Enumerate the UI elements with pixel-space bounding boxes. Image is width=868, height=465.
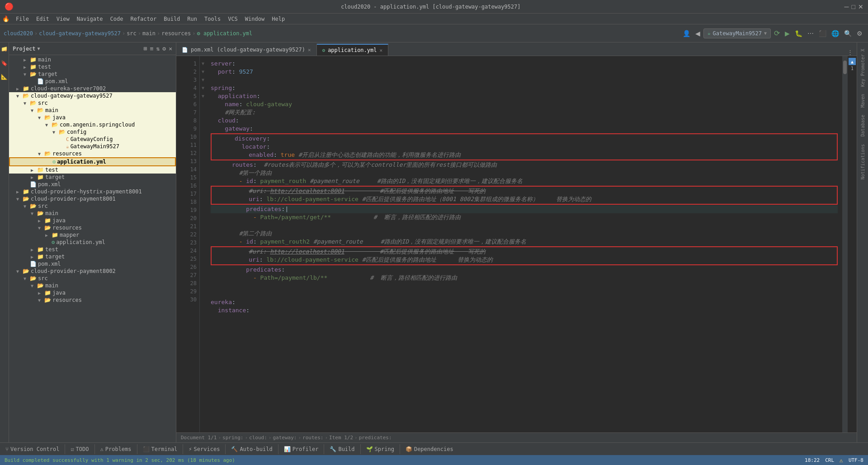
right-sidebar-key-promoter[interactable]: Key Promoter X — [859, 46, 866, 89]
toolbar-run-btn[interactable]: ▶ — [783, 28, 792, 39]
right-sidebar-notifications[interactable]: Notifications — [859, 141, 866, 182]
panel-icon-expand[interactable]: ⊞ — [144, 45, 147, 52]
sidebar-bookmarks-icon[interactable]: 🔖 — [1, 60, 8, 66]
tree-item-test1[interactable]: ▶ 📁 test — [9, 63, 176, 70]
tree-item-pom-gw[interactable]: 📄 pom.xml — [9, 181, 176, 188]
tree-item-hystrix[interactable]: ▶ 📁 cloud-provider-hystrix-payment8001 — [9, 188, 176, 195]
tree-item-appyml-selected[interactable]: ⚙ application.yml — [9, 157, 176, 166]
tree-item-provider8002[interactable]: ▼ 📂 cloud-provider-payment8002 — [9, 268, 176, 275]
tree-item-main-8001[interactable]: ▼ 📂 main — [9, 210, 176, 217]
tab-pom-close[interactable]: ✕ — [308, 47, 311, 53]
menu-build[interactable]: Build — [160, 15, 184, 23]
window-controls[interactable]: ─ □ ✕ — [844, 3, 863, 10]
menu-navigate[interactable]: Navigate — [73, 15, 107, 23]
bottom-tab-vcs[interactable]: ⑂ Version Control — [0, 444, 65, 454]
run-config-selector[interactable]: ☕ GatewayMain9527 ▼ — [703, 28, 771, 38]
tabs-more-icon[interactable]: ⋮ — [847, 49, 853, 56]
toolbar-gateway[interactable]: cloud-gateway-gateway9527 — [39, 30, 121, 37]
tree-item-java-8001[interactable]: ▶ 📁 java — [9, 217, 176, 224]
close-btn[interactable]: ✕ — [858, 3, 863, 10]
toolbar-translate-btn[interactable]: 🌐 — [830, 28, 841, 39]
tree-item-gateway[interactable]: ▼ 📂 cloud-gateway-gateway9527 — [9, 92, 176, 99]
tree-item-resources-gw[interactable]: ▼ 📂 resources — [9, 150, 176, 157]
maximize-btn[interactable]: □ — [852, 3, 855, 10]
tree-item-target1[interactable]: ▼ 📂 target — [9, 70, 176, 78]
tree-item-appyml-8001[interactable]: ⚙ application.yml — [9, 239, 176, 246]
toolbar-cloud2020[interactable]: cloud2020 — [4, 30, 33, 37]
tree-item-resources-8002[interactable]: ▼ 📂 resources — [9, 296, 176, 304]
tree-item-mapper[interactable]: ▶ 📁 mapper — [9, 231, 176, 239]
tree-arrow: ▼ — [38, 151, 44, 156]
panel-icon-collapse[interactable]: ≡ — [150, 45, 154, 52]
toolbar-stop-btn[interactable]: ⬛ — [817, 28, 828, 39]
menu-vcs[interactable]: VCS — [224, 15, 241, 23]
tree-item-main-8002[interactable]: ▼ 📂 main — [9, 282, 176, 289]
tree-item-src-8001[interactable]: ▼ 📂 src — [9, 202, 176, 210]
panel-icon-settings[interactable]: ⚙ — [162, 45, 166, 52]
tree-item-test-gw[interactable]: ▶ 📁 test — [9, 166, 176, 174]
panel-icon-close[interactable]: ✕ — [169, 45, 172, 52]
bottom-tab-profiler[interactable]: 📊 Profiler — [278, 444, 325, 454]
tree-item-java-8002[interactable]: ▶ 📁 java — [9, 289, 176, 296]
bottom-tab-deps[interactable]: 📦 Dependencies — [400, 444, 459, 454]
tree-item-src-8002[interactable]: ▼ 📂 src — [9, 275, 176, 282]
tree-item-provider8001[interactable]: ▼ 📂 cloud-provider-payment8001 — [9, 195, 176, 202]
right-sidebar-database[interactable]: Database — [859, 112, 866, 139]
minimize-btn[interactable]: ─ — [844, 3, 849, 10]
bottom-tab-autobuild[interactable]: 🔨 Auto-build — [226, 444, 278, 454]
tree-item-main-gw[interactable]: ▼ 📂 main — [9, 107, 176, 114]
tree-item-target-8001[interactable]: ▶ 📁 target — [9, 253, 176, 260]
toolbar-back-btn[interactable]: ◀ — [693, 28, 702, 39]
tree-arrow: ▼ — [16, 94, 23, 99]
tree-item-com[interactable]: ▼ 📂 com.angenin.springcloud — [9, 121, 176, 128]
menu-file[interactable]: File — [12, 15, 33, 23]
editor-scrollbar[interactable] — [842, 56, 848, 432]
bottom-tab-spring[interactable]: 🌱 Spring — [361, 444, 400, 454]
tree-item-pom1[interactable]: 📄 pom.xml — [9, 78, 176, 85]
tree-arrow: ▶ — [31, 168, 37, 173]
toolbar-more-btn[interactable]: ⋯ — [806, 28, 816, 39]
sidebar-project-icon[interactable]: 📁 — [1, 46, 8, 53]
bottom-tab-todo[interactable]: ☑ TODO — [65, 444, 94, 454]
bottom-tab-problems[interactable]: ⚠ Problems — [95, 444, 137, 454]
tree-item-src-gw[interactable]: ▼ 📂 src — [9, 99, 176, 107]
menu-code[interactable]: Code — [107, 15, 127, 23]
toolbar-settings-btn[interactable]: ⚙ — [855, 28, 864, 39]
sidebar-structure-icon[interactable]: 📐 — [1, 74, 8, 80]
tab-pom[interactable]: 📄 pom.xml (cloud-gateway-gateway9527) ✕ — [176, 44, 317, 56]
tree-item-java-gw[interactable]: ▼ 📂 java — [9, 114, 176, 121]
menu-window[interactable]: Window — [241, 15, 268, 23]
bottom-tab-services[interactable]: ⚡ Services — [183, 444, 226, 454]
tree-item-gatewaymain[interactable]: ☕ GatewayMain9527 — [9, 143, 176, 150]
menu-run[interactable]: Run — [184, 15, 201, 23]
tree-item-gatewayconfig[interactable]: C GatewayConfig — [9, 136, 176, 143]
code-line-2: port: 9527 — [211, 68, 838, 76]
toolbar-debug-btn[interactable]: 🐛 — [793, 28, 804, 39]
panel-icon-sort[interactable]: ⇅ — [156, 45, 160, 52]
tree-item-pom-8001[interactable]: 📄 pom.xml — [9, 260, 176, 268]
bottom-tab-build[interactable]: 🔧 Build — [324, 444, 360, 454]
tab-appyml-close[interactable]: ✕ — [380, 47, 383, 53]
tab-appyml[interactable]: ⚙ application.yml ✕ — [317, 44, 389, 56]
menu-help[interactable]: Help — [268, 15, 288, 23]
toolbar-refresh-btn[interactable]: ⟳ — [772, 27, 782, 39]
project-panel-arrow[interactable]: ▼ — [38, 46, 40, 51]
bottom-tab-terminal[interactable]: ⬛ Terminal — [137, 444, 184, 454]
menu-refactor[interactable]: Refactor — [127, 15, 160, 23]
menu-tools[interactable]: Tools — [201, 15, 224, 23]
tree-item-resources-8001[interactable]: ▼ 📂 resources — [9, 224, 176, 231]
menu-edit[interactable]: Edit — [33, 15, 53, 23]
menu-view[interactable]: View — [53, 15, 73, 23]
tree-item-target-gw[interactable]: ▶ 📁 target — [9, 174, 176, 181]
tree-item-config[interactable]: ▼ 📂 config — [9, 128, 176, 136]
todo-label: TODO — [76, 446, 89, 452]
toolbar-search-btn[interactable]: 🔍 — [842, 28, 854, 39]
toolbar-profile-btn[interactable]: 👤 — [681, 28, 692, 39]
code-content[interactable]: server: port: 9527 spring: application: … — [206, 56, 842, 432]
tree-item-eureka[interactable]: ▶ 📁 cloud-eureka-server7002 — [9, 85, 176, 92]
scrollbar-thumb[interactable] — [843, 61, 847, 74]
tree-item-test-8001[interactable]: ▶ 📁 test — [9, 246, 176, 253]
right-sidebar-maven[interactable]: Maven — [859, 91, 866, 110]
tree-item-main1[interactable]: ▶ 📁 main — [9, 56, 176, 63]
folder-open-icon: 📂 — [44, 114, 51, 121]
